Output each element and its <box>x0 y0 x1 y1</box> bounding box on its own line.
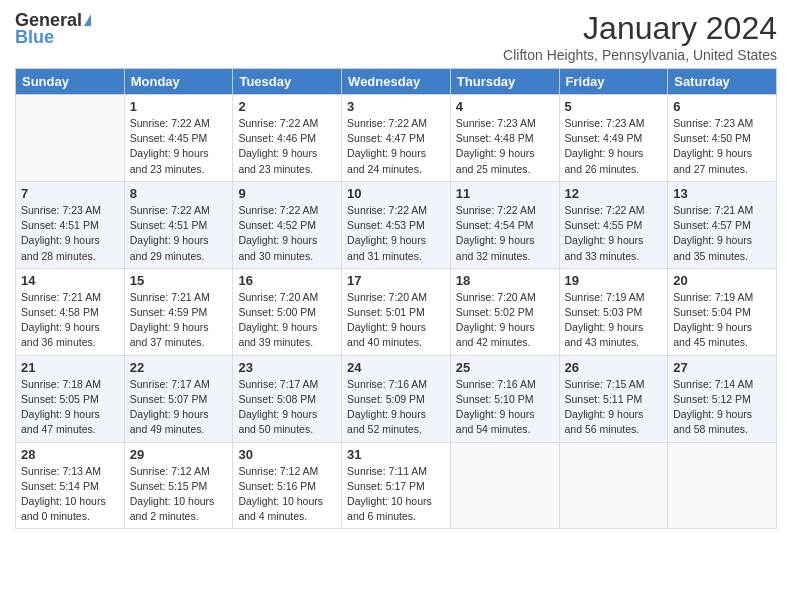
calendar-cell: 28Sunrise: 7:13 AMSunset: 5:14 PMDayligh… <box>16 442 125 529</box>
day-number: 8 <box>130 186 228 201</box>
day-info: Sunrise: 7:17 AMSunset: 5:08 PMDaylight:… <box>238 377 336 438</box>
day-info: Sunrise: 7:21 AMSunset: 4:59 PMDaylight:… <box>130 290 228 351</box>
day-info: Sunrise: 7:23 AMSunset: 4:51 PMDaylight:… <box>21 203 119 264</box>
day-info: Sunrise: 7:16 AMSunset: 5:10 PMDaylight:… <box>456 377 554 438</box>
week-row-4: 21Sunrise: 7:18 AMSunset: 5:05 PMDayligh… <box>16 355 777 442</box>
weekday-header-saturday: Saturday <box>668 69 777 95</box>
day-number: 19 <box>565 273 663 288</box>
day-number: 7 <box>21 186 119 201</box>
day-number: 12 <box>565 186 663 201</box>
calendar-cell: 24Sunrise: 7:16 AMSunset: 5:09 PMDayligh… <box>342 355 451 442</box>
calendar-cell: 23Sunrise: 7:17 AMSunset: 5:08 PMDayligh… <box>233 355 342 442</box>
calendar-cell: 1Sunrise: 7:22 AMSunset: 4:45 PMDaylight… <box>124 95 233 182</box>
calendar-cell: 10Sunrise: 7:22 AMSunset: 4:53 PMDayligh… <box>342 181 451 268</box>
weekday-header-thursday: Thursday <box>450 69 559 95</box>
day-number: 22 <box>130 360 228 375</box>
day-number: 11 <box>456 186 554 201</box>
calendar-cell: 22Sunrise: 7:17 AMSunset: 5:07 PMDayligh… <box>124 355 233 442</box>
day-info: Sunrise: 7:16 AMSunset: 5:09 PMDaylight:… <box>347 377 445 438</box>
week-row-1: 1Sunrise: 7:22 AMSunset: 4:45 PMDaylight… <box>16 95 777 182</box>
day-number: 18 <box>456 273 554 288</box>
calendar-cell: 15Sunrise: 7:21 AMSunset: 4:59 PMDayligh… <box>124 268 233 355</box>
day-number: 24 <box>347 360 445 375</box>
calendar-cell: 20Sunrise: 7:19 AMSunset: 5:04 PMDayligh… <box>668 268 777 355</box>
weekday-header-tuesday: Tuesday <box>233 69 342 95</box>
day-number: 28 <box>21 447 119 462</box>
calendar-cell: 13Sunrise: 7:21 AMSunset: 4:57 PMDayligh… <box>668 181 777 268</box>
calendar-cell: 4Sunrise: 7:23 AMSunset: 4:48 PMDaylight… <box>450 95 559 182</box>
day-number: 5 <box>565 99 663 114</box>
day-number: 1 <box>130 99 228 114</box>
calendar-table: SundayMondayTuesdayWednesdayThursdayFrid… <box>15 68 777 529</box>
weekday-header-wednesday: Wednesday <box>342 69 451 95</box>
calendar-cell: 9Sunrise: 7:22 AMSunset: 4:52 PMDaylight… <box>233 181 342 268</box>
calendar-cell <box>450 442 559 529</box>
day-number: 16 <box>238 273 336 288</box>
logo: General Blue <box>15 10 91 48</box>
day-info: Sunrise: 7:23 AMSunset: 4:50 PMDaylight:… <box>673 116 771 177</box>
day-info: Sunrise: 7:18 AMSunset: 5:05 PMDaylight:… <box>21 377 119 438</box>
day-number: 25 <box>456 360 554 375</box>
day-info: Sunrise: 7:15 AMSunset: 5:11 PMDaylight:… <box>565 377 663 438</box>
weekday-header-row: SundayMondayTuesdayWednesdayThursdayFrid… <box>16 69 777 95</box>
day-info: Sunrise: 7:22 AMSunset: 4:52 PMDaylight:… <box>238 203 336 264</box>
calendar-cell: 27Sunrise: 7:14 AMSunset: 5:12 PMDayligh… <box>668 355 777 442</box>
calendar-cell: 5Sunrise: 7:23 AMSunset: 4:49 PMDaylight… <box>559 95 668 182</box>
day-number: 20 <box>673 273 771 288</box>
calendar-cell <box>559 442 668 529</box>
logo-blue-text: Blue <box>15 27 54 48</box>
day-info: Sunrise: 7:14 AMSunset: 5:12 PMDaylight:… <box>673 377 771 438</box>
day-number: 10 <box>347 186 445 201</box>
day-number: 15 <box>130 273 228 288</box>
calendar-cell: 2Sunrise: 7:22 AMSunset: 4:46 PMDaylight… <box>233 95 342 182</box>
calendar-cell: 3Sunrise: 7:22 AMSunset: 4:47 PMDaylight… <box>342 95 451 182</box>
day-info: Sunrise: 7:22 AMSunset: 4:47 PMDaylight:… <box>347 116 445 177</box>
month-title: January 2024 <box>503 10 777 47</box>
calendar-cell: 8Sunrise: 7:22 AMSunset: 4:51 PMDaylight… <box>124 181 233 268</box>
day-info: Sunrise: 7:20 AMSunset: 5:00 PMDaylight:… <box>238 290 336 351</box>
day-number: 31 <box>347 447 445 462</box>
day-info: Sunrise: 7:12 AMSunset: 5:15 PMDaylight:… <box>130 464 228 525</box>
day-number: 29 <box>130 447 228 462</box>
weekday-header-sunday: Sunday <box>16 69 125 95</box>
day-info: Sunrise: 7:19 AMSunset: 5:04 PMDaylight:… <box>673 290 771 351</box>
logo-triangle-icon <box>84 14 91 26</box>
day-info: Sunrise: 7:19 AMSunset: 5:03 PMDaylight:… <box>565 290 663 351</box>
day-info: Sunrise: 7:11 AMSunset: 5:17 PMDaylight:… <box>347 464 445 525</box>
day-info: Sunrise: 7:21 AMSunset: 4:57 PMDaylight:… <box>673 203 771 264</box>
day-number: 26 <box>565 360 663 375</box>
calendar-cell: 30Sunrise: 7:12 AMSunset: 5:16 PMDayligh… <box>233 442 342 529</box>
calendar-cell: 16Sunrise: 7:20 AMSunset: 5:00 PMDayligh… <box>233 268 342 355</box>
day-number: 21 <box>21 360 119 375</box>
calendar-cell: 14Sunrise: 7:21 AMSunset: 4:58 PMDayligh… <box>16 268 125 355</box>
calendar-cell: 11Sunrise: 7:22 AMSunset: 4:54 PMDayligh… <box>450 181 559 268</box>
weekday-header-friday: Friday <box>559 69 668 95</box>
calendar-cell: 31Sunrise: 7:11 AMSunset: 5:17 PMDayligh… <box>342 442 451 529</box>
weekday-header-monday: Monday <box>124 69 233 95</box>
calendar-cell: 12Sunrise: 7:22 AMSunset: 4:55 PMDayligh… <box>559 181 668 268</box>
day-number: 13 <box>673 186 771 201</box>
calendar-cell: 25Sunrise: 7:16 AMSunset: 5:10 PMDayligh… <box>450 355 559 442</box>
day-number: 3 <box>347 99 445 114</box>
calendar-cell: 6Sunrise: 7:23 AMSunset: 4:50 PMDaylight… <box>668 95 777 182</box>
day-number: 2 <box>238 99 336 114</box>
calendar-cell <box>16 95 125 182</box>
day-info: Sunrise: 7:20 AMSunset: 5:02 PMDaylight:… <box>456 290 554 351</box>
calendar-cell: 17Sunrise: 7:20 AMSunset: 5:01 PMDayligh… <box>342 268 451 355</box>
calendar-cell: 29Sunrise: 7:12 AMSunset: 5:15 PMDayligh… <box>124 442 233 529</box>
calendar-cell: 18Sunrise: 7:20 AMSunset: 5:02 PMDayligh… <box>450 268 559 355</box>
week-row-2: 7Sunrise: 7:23 AMSunset: 4:51 PMDaylight… <box>16 181 777 268</box>
day-number: 4 <box>456 99 554 114</box>
day-number: 6 <box>673 99 771 114</box>
day-info: Sunrise: 7:17 AMSunset: 5:07 PMDaylight:… <box>130 377 228 438</box>
day-number: 9 <box>238 186 336 201</box>
week-row-5: 28Sunrise: 7:13 AMSunset: 5:14 PMDayligh… <box>16 442 777 529</box>
day-info: Sunrise: 7:21 AMSunset: 4:58 PMDaylight:… <box>21 290 119 351</box>
day-info: Sunrise: 7:12 AMSunset: 5:16 PMDaylight:… <box>238 464 336 525</box>
day-info: Sunrise: 7:22 AMSunset: 4:45 PMDaylight:… <box>130 116 228 177</box>
day-number: 23 <box>238 360 336 375</box>
day-info: Sunrise: 7:23 AMSunset: 4:48 PMDaylight:… <box>456 116 554 177</box>
day-number: 17 <box>347 273 445 288</box>
calendar-container: General Blue January 2024 Clifton Height… <box>0 0 792 539</box>
day-info: Sunrise: 7:13 AMSunset: 5:14 PMDaylight:… <box>21 464 119 525</box>
